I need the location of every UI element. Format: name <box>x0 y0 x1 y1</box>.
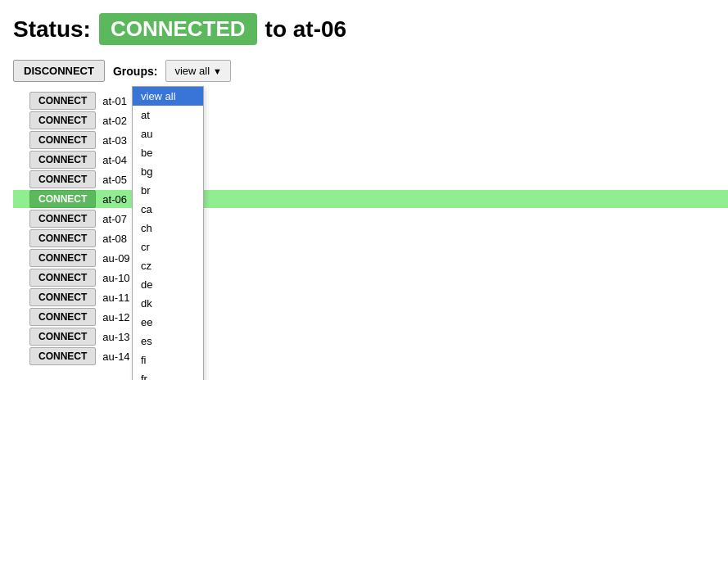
connected-badge: CONNECTED <box>99 13 257 45</box>
dropdown-item-be[interactable]: be <box>133 143 203 162</box>
groups-label: Groups: <box>113 65 157 78</box>
dropdown-item-de[interactable]: de <box>133 275 203 294</box>
connect-button-at-05[interactable]: CONNECT <box>29 170 96 188</box>
dropdown-item-br[interactable]: br <box>133 181 203 200</box>
status-label: Status: <box>13 16 91 43</box>
disconnect-button[interactable]: DISCONNECT <box>13 60 105 82</box>
status-to: to at-06 <box>265 16 347 43</box>
server-name-at-05: at-05 <box>102 174 127 186</box>
connect-button-au-10[interactable]: CONNECT <box>29 269 96 287</box>
server-name-at-01: at-01 <box>102 95 127 107</box>
groups-selected-value: view all <box>174 65 210 77</box>
server-name-at-07: at-07 <box>102 213 127 225</box>
server-name-au-14: au-14 <box>102 351 129 363</box>
dropdown-item-cz[interactable]: cz <box>133 256 203 275</box>
chevron-down-icon: ▼ <box>213 66 222 76</box>
server-list: CONNECTat-01CONNECTat-02CONNECTat-03CONN… <box>13 92 715 365</box>
connect-button-at-01[interactable]: CONNECT <box>29 92 96 110</box>
server-name-au-13: au-13 <box>102 331 129 343</box>
server-name-at-06: at-06 <box>102 193 127 206</box>
connect-button-at-07[interactable]: CONNECT <box>29 210 96 228</box>
connect-button-at-06[interactable]: CONNECT <box>29 190 96 208</box>
dropdown-item-ee[interactable]: ee <box>133 313 203 332</box>
server-name-at-02: at-02 <box>102 115 127 127</box>
connect-button-au-14[interactable]: CONNECT <box>29 347 96 365</box>
server-name-at-04: at-04 <box>102 154 127 166</box>
dropdown-item-fr[interactable]: fr <box>133 369 203 380</box>
connect-button-au-11[interactable]: CONNECT <box>29 288 96 306</box>
dropdown-item-cr[interactable]: cr <box>133 237 203 256</box>
connect-button-at-08[interactable]: CONNECT <box>29 229 96 247</box>
status-line: Status: CONNECTED to at-06 <box>13 13 715 45</box>
server-name-au-10: au-10 <box>102 272 129 284</box>
connect-button-at-03[interactable]: CONNECT <box>29 131 96 149</box>
connect-button-at-02[interactable]: CONNECT <box>29 111 96 129</box>
server-name-au-09: au-09 <box>102 252 129 265</box>
dropdown-item-ca[interactable]: ca <box>133 200 203 219</box>
connect-button-at-04[interactable]: CONNECT <box>29 151 96 169</box>
dropdown-item-es[interactable]: es <box>133 332 203 351</box>
server-name-au-11: au-11 <box>102 292 129 304</box>
connect-button-au-09[interactable]: CONNECT <box>29 249 96 267</box>
server-name-at-03: at-03 <box>102 134 127 147</box>
dropdown-item-dk[interactable]: dk <box>133 294 203 313</box>
dropdown-item-bg[interactable]: bg <box>133 162 203 181</box>
server-name-at-08: at-08 <box>102 233 127 245</box>
groups-dropdown[interactable]: view allataubebgbrcachcrczdedkeeesfifrgr… <box>132 86 204 380</box>
server-name-au-12: au-12 <box>102 311 129 323</box>
connect-button-au-13[interactable]: CONNECT <box>29 328 96 346</box>
connect-button-au-12[interactable]: CONNECT <box>29 308 96 326</box>
dropdown-item-fi[interactable]: fi <box>133 351 203 369</box>
groups-dropdown-button[interactable]: view all ▼ <box>165 60 231 82</box>
dropdown-item-view all[interactable]: view all <box>133 87 203 106</box>
dropdown-item-au[interactable]: au <box>133 124 203 143</box>
dropdown-item-at[interactable]: at <box>133 106 203 124</box>
toolbar: DISCONNECT Groups: view all ▼ view allat… <box>13 60 715 82</box>
dropdown-item-ch[interactable]: ch <box>133 219 203 237</box>
